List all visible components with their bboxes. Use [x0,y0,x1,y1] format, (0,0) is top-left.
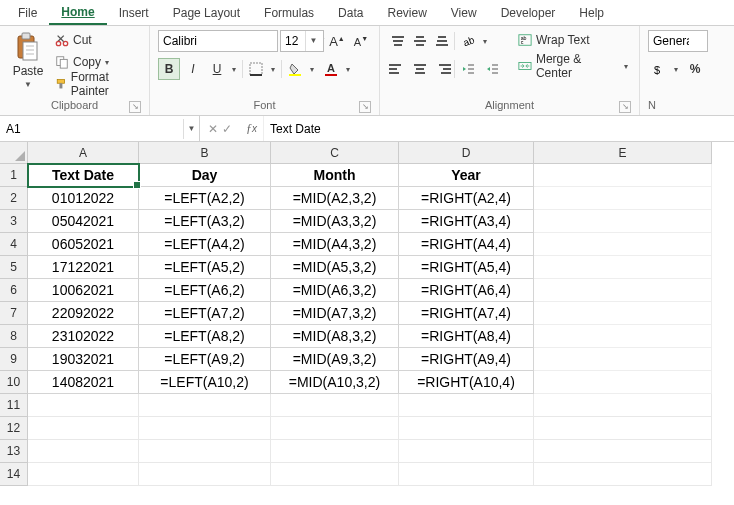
cell-D6[interactable]: =RIGHT(A6,4) [399,279,534,302]
merge-center-button[interactable]: Merge & Center ▾ [515,56,631,76]
row-header-12[interactable]: 12 [0,417,28,440]
cell-B9[interactable]: =LEFT(A9,2) [139,348,271,371]
cell-E5[interactable] [534,256,712,279]
borders-button[interactable] [245,58,267,80]
accounting-menu[interactable]: ▾ [670,58,682,80]
cell-A6[interactable]: 10062021 [28,279,139,302]
tab-page-layout[interactable]: Page Layout [161,0,252,25]
cell-A10[interactable]: 14082021 [28,371,139,394]
decrease-font-button[interactable]: A▼ [350,30,372,52]
font-color-menu[interactable]: ▾ [342,58,354,80]
cell-C4[interactable]: =MID(A4,3,2) [271,233,399,256]
row-header-7[interactable]: 7 [0,302,28,325]
cell-D9[interactable]: =RIGHT(A9,4) [399,348,534,371]
cell-C14[interactable] [271,463,399,486]
fx-icon[interactable]: ƒx [240,116,264,141]
cell-B6[interactable]: =LEFT(A6,2) [139,279,271,302]
dialog-launcher-icon[interactable]: ↘ [129,101,141,113]
row-header-4[interactable]: 4 [0,233,28,256]
cell-E7[interactable] [534,302,712,325]
fill-color-menu[interactable]: ▾ [306,58,318,80]
align-bottom-button[interactable] [432,32,452,50]
cell-C7[interactable]: =MID(A7,3,2) [271,302,399,325]
italic-button[interactable]: I [182,58,204,80]
dialog-launcher-icon[interactable]: ↘ [619,101,631,113]
decrease-indent-button[interactable] [457,58,479,80]
tab-help[interactable]: Help [567,0,616,25]
increase-indent-button[interactable] [481,58,503,80]
cell-C8[interactable]: =MID(A8,3,2) [271,325,399,348]
copy-button[interactable]: Copy ▾ [52,52,141,72]
cell-D14[interactable] [399,463,534,486]
cell-E2[interactable] [534,187,712,210]
wrap-text-button[interactable]: abc Wrap Text [515,30,631,50]
cell-B11[interactable] [139,394,271,417]
fill-color-button[interactable] [284,58,306,80]
name-box-input[interactable] [0,122,183,136]
row-header-8[interactable]: 8 [0,325,28,348]
cell-D12[interactable] [399,417,534,440]
cell-E4[interactable] [534,233,712,256]
tab-review[interactable]: Review [375,0,438,25]
cell-B3[interactable]: =LEFT(A3,2) [139,210,271,233]
cell-D4[interactable]: =RIGHT(A4,4) [399,233,534,256]
column-header-A[interactable]: A [28,142,139,164]
column-header-B[interactable]: B [139,142,271,164]
row-header-11[interactable]: 11 [0,394,28,417]
cell-D11[interactable] [399,394,534,417]
cell-A11[interactable] [28,394,139,417]
formula-bar-input[interactable] [264,122,734,136]
font-size-input[interactable] [281,31,305,51]
tab-developer[interactable]: Developer [489,0,568,25]
cell-A2[interactable]: 01012022 [28,187,139,210]
align-center-button[interactable] [410,60,430,78]
tab-file[interactable]: File [6,0,49,25]
column-header-C[interactable]: C [271,142,399,164]
font-size-combo[interactable]: ▼ [280,30,324,52]
row-header-3[interactable]: 3 [0,210,28,233]
chevron-down-icon[interactable]: ▼ [183,119,199,139]
column-header-D[interactable]: D [399,142,534,164]
cell-A7[interactable]: 22092022 [28,302,139,325]
row-header-10[interactable]: 10 [0,371,28,394]
format-painter-button[interactable]: Format Painter [52,74,141,94]
cell-E6[interactable] [534,279,712,302]
cell-B8[interactable]: =LEFT(A8,2) [139,325,271,348]
tab-formulas[interactable]: Formulas [252,0,326,25]
cell-B14[interactable] [139,463,271,486]
cell-A5[interactable]: 17122021 [28,256,139,279]
row-header-13[interactable]: 13 [0,440,28,463]
dialog-launcher-icon[interactable]: ↘ [359,101,371,113]
cell-E12[interactable] [534,417,712,440]
cell-B7[interactable]: =LEFT(A7,2) [139,302,271,325]
cell-E10[interactable] [534,371,712,394]
cell-C10[interactable]: =MID(A10,3,2) [271,371,399,394]
cell-D2[interactable]: =RIGHT(A2,4) [399,187,534,210]
cell-A12[interactable] [28,417,139,440]
bold-button[interactable]: B [158,58,180,80]
tab-view[interactable]: View [439,0,489,25]
cell-A8[interactable]: 23102022 [28,325,139,348]
number-format-input[interactable] [649,31,693,51]
align-middle-button[interactable] [410,32,430,50]
cell-C5[interactable]: =MID(A5,3,2) [271,256,399,279]
cell-E11[interactable] [534,394,712,417]
borders-menu[interactable]: ▾ [267,58,279,80]
cancel-icon[interactable]: ✕ [208,122,218,136]
orientation-menu[interactable]: ▾ [479,30,491,52]
cut-button[interactable]: Cut [52,30,141,50]
cell-E9[interactable] [534,348,712,371]
underline-button[interactable]: U [206,58,228,80]
row-header-1[interactable]: 1 [0,164,28,187]
cell-A4[interactable]: 06052021 [28,233,139,256]
cell-B2[interactable]: =LEFT(A2,2) [139,187,271,210]
cell-C6[interactable]: =MID(A6,3,2) [271,279,399,302]
cell-B13[interactable] [139,440,271,463]
cell-C1[interactable]: Month [271,164,399,187]
cell-D5[interactable]: =RIGHT(A5,4) [399,256,534,279]
cell-E13[interactable] [534,440,712,463]
align-right-button[interactable] [432,60,452,78]
cell-A13[interactable] [28,440,139,463]
cell-D3[interactable]: =RIGHT(A3,4) [399,210,534,233]
cell-A3[interactable]: 05042021 [28,210,139,233]
